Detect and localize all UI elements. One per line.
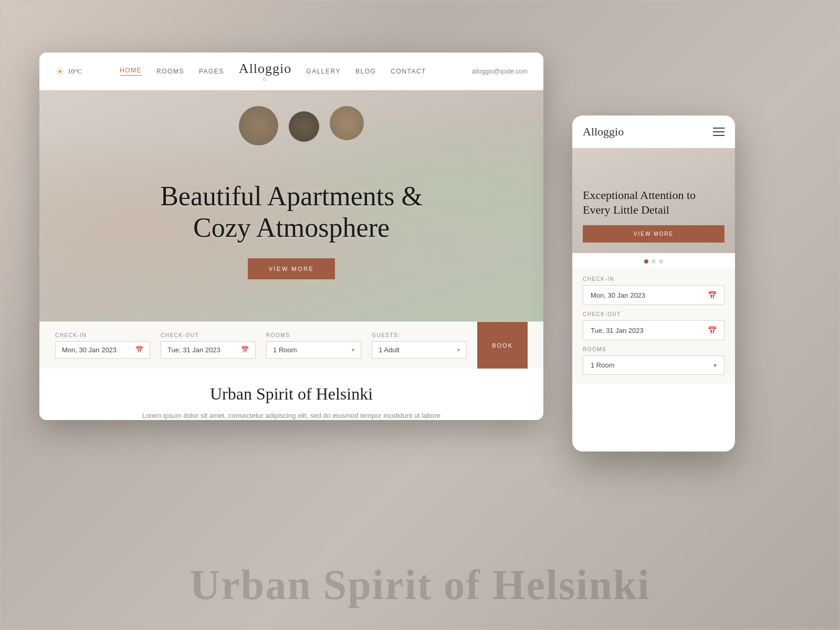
- hamburger-line-1: [713, 128, 724, 129]
- hamburger-line-2: [713, 131, 724, 132]
- book-now-button[interactable]: BOOK: [477, 322, 528, 369]
- nav-logo[interactable]: Alloggio △: [239, 62, 291, 81]
- mobile-logo[interactable]: Alloggio: [583, 125, 624, 139]
- rooms-field: ROOMS 1 Room ▾: [266, 322, 361, 369]
- checkout-input[interactable]: Tue, 31 Jan 2023 📅: [161, 341, 256, 359]
- mobile-rooms-label: ROOMS: [583, 346, 724, 352]
- nav-contact[interactable]: CONTACT: [391, 68, 426, 75]
- mobile-checkin-label: CHECK-IN: [583, 276, 724, 282]
- svg-line-6: [62, 74, 62, 74]
- background-text: Urban Spirit of Helsinki: [0, 561, 840, 609]
- rooms-value: 1 Room: [273, 346, 297, 354]
- wall-circle-1: [239, 106, 278, 145]
- calendar-icon: 📅: [135, 346, 143, 353]
- mobile-calendar-icon: 📅: [708, 291, 717, 299]
- hero-view-more-button[interactable]: VIEW MORE: [248, 258, 335, 279]
- mobile-mockup: Alloggio Exceptional Attention to Every …: [572, 116, 735, 452]
- booking-bar: CHECK-IN Mon, 30 Jan 2023 📅 CHECK-OUT Tu…: [39, 321, 543, 369]
- nav-links: HOME ROOMS PAGES Alloggio △ GALLERY BLOG…: [97, 62, 449, 81]
- hero-title: Beautiful Apartments & Cozy Atmosphere: [39, 181, 543, 244]
- mobile-checkin-input[interactable]: Mon, 30 Jan 2023 📅: [583, 285, 724, 305]
- mobile-rooms-chevron-icon: ▾: [713, 362, 717, 369]
- wall-circle-3: [330, 106, 364, 140]
- mobile-checkout-input[interactable]: Tue, 31 Jan 2023 📅: [583, 320, 724, 340]
- guests-label: GUESTS:: [372, 332, 467, 338]
- temperature-text: 10°C: [68, 67, 82, 76]
- checkin-value: Mon, 30 Jan 2023: [62, 346, 117, 354]
- nav-email: alloggio@qode.com: [449, 68, 528, 75]
- hamburger-menu[interactable]: [713, 128, 724, 136]
- checkout-field: CHECK-OUT Tue, 31 Jan 2023 📅: [161, 322, 256, 369]
- rooms-label: ROOMS: [266, 332, 361, 338]
- nav-pages[interactable]: PAGES: [199, 68, 224, 75]
- nav-gallery[interactable]: GALLERY: [306, 68, 341, 75]
- rooms-chevron-icon: ▾: [352, 347, 354, 353]
- nav-rooms[interactable]: ROOMS: [156, 68, 184, 75]
- checkin-label: CHECK-IN: [55, 332, 150, 338]
- mobile-checkout-calendar-icon: 📅: [708, 326, 717, 334]
- nav-home[interactable]: HOME: [120, 67, 142, 76]
- hero-content: Beautiful Apartments & Cozy Atmosphere V…: [39, 181, 543, 279]
- mobile-hero-title: Exceptional Attention to Every Little De…: [583, 188, 724, 218]
- dot-1[interactable]: [644, 259, 648, 264]
- sun-icon: [55, 67, 65, 76]
- section-text: Lorem ipsum dolor sit amet, consectetur …: [139, 410, 444, 420]
- hamburger-line-3: [713, 135, 724, 136]
- mobile-checkout-label: CHECK-OUT: [583, 311, 724, 317]
- mobile-checkin-value: Mon, 30 Jan 2023: [591, 291, 645, 299]
- mobile-dots-indicator: [572, 253, 735, 268]
- mobile-nav: Alloggio: [572, 116, 735, 148]
- nav-blog[interactable]: BLOG: [355, 68, 376, 75]
- desktop-hero: Beautiful Apartments & Cozy Atmosphere V…: [39, 90, 543, 321]
- mobile-checkout-value: Tue, 31 Jan 2023: [591, 327, 644, 334]
- checkout-calendar-icon: 📅: [241, 346, 249, 353]
- mobile-rooms-select[interactable]: 1 Room ▾: [583, 355, 724, 375]
- weather-display: 10°C: [55, 67, 97, 76]
- svg-line-5: [57, 68, 58, 69]
- svg-line-8: [62, 68, 62, 69]
- guests-chevron-icon: ▾: [457, 347, 460, 353]
- dot-2[interactable]: [652, 259, 656, 264]
- desktop-mockup: 10°C HOME ROOMS PAGES Alloggio △ GALLERY…: [39, 52, 543, 420]
- mobile-hero: Exceptional Attention to Every Little De…: [572, 148, 735, 253]
- mobile-rooms-value: 1 Room: [591, 361, 615, 369]
- svg-line-7: [57, 74, 58, 74]
- svg-point-0: [58, 70, 61, 73]
- guests-field: GUESTS: 1 Adult ▾: [372, 322, 467, 369]
- checkout-value: Tue, 31 Jan 2023: [167, 346, 220, 354]
- dot-3[interactable]: [659, 259, 663, 264]
- rooms-select[interactable]: 1 Room ▾: [266, 341, 361, 359]
- section-title: Urban Spirit of Helsinki: [60, 384, 522, 404]
- mobile-hero-content: Exceptional Attention to Every Little De…: [583, 188, 724, 243]
- wall-circle-2: [289, 111, 319, 142]
- desktop-nav: 10°C HOME ROOMS PAGES Alloggio △ GALLERY…: [39, 52, 543, 90]
- guests-select[interactable]: 1 Adult ▾: [372, 341, 467, 359]
- checkin-input[interactable]: Mon, 30 Jan 2023 📅: [55, 341, 150, 359]
- wall-decorations: [239, 106, 364, 145]
- checkin-field: CHECK-IN Mon, 30 Jan 2023 📅: [55, 322, 150, 369]
- mobile-view-more-button[interactable]: VIEW MORE: [583, 225, 724, 243]
- logo-text: Alloggio: [239, 62, 291, 76]
- logo-mark: △: [239, 76, 291, 81]
- guests-value: 1 Adult: [379, 346, 400, 354]
- checkout-label: CHECK-OUT: [161, 332, 256, 338]
- mobile-booking-form: CHECK-IN Mon, 30 Jan 2023 📅 CHECK-OUT Tu…: [572, 268, 735, 383]
- desktop-content: Urban Spirit of Helsinki Lorem ipsum dol…: [39, 369, 543, 420]
